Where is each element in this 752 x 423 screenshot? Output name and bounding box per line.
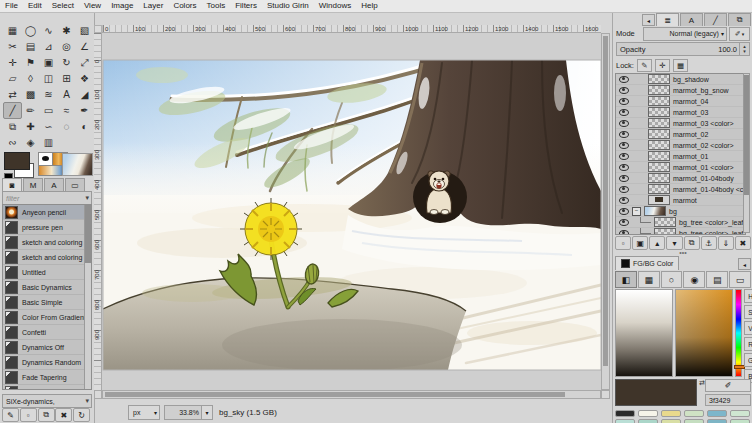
ellipse-select-tool[interactable]: ◯: [21, 22, 40, 39]
menu-item[interactable]: View: [79, 0, 106, 12]
menu-item[interactable]: Edit: [23, 0, 47, 12]
dynamics-item[interactable]: Basic Simple: [3, 295, 91, 310]
tab-fg-bg-color[interactable]: FG/BG Color: [615, 256, 679, 270]
menu-item[interactable]: Tools: [202, 0, 231, 12]
zoom-entry[interactable]: 33.8%: [164, 405, 202, 420]
rectangle-select-tool[interactable]: ▦: [3, 22, 22, 39]
smudge-tool[interactable]: ∽: [39, 118, 58, 135]
visibility-toggle[interactable]: [619, 98, 629, 105]
swap-colors-icon[interactable]: ⇄: [699, 379, 705, 387]
color-history-swatch[interactable]: [684, 419, 704, 423]
blur-sharpen-tool[interactable]: ◌: [57, 118, 76, 135]
channel-button[interactable]: S: [744, 305, 752, 319]
dynamics-item[interactable]: sketch and coloring copy: [3, 250, 91, 265]
saturation-pane[interactable]: [675, 289, 733, 377]
unified-transform-tool[interactable]: ⊞: [57, 70, 76, 87]
gradient-tool[interactable]: ▥: [39, 134, 58, 151]
lock-position-button[interactable]: ✛: [655, 59, 670, 72]
mode-options-button[interactable]: ✐▾: [729, 27, 750, 41]
new-layer-button[interactable]: ▫: [615, 236, 631, 250]
warp-transform-tool[interactable]: ≋: [39, 86, 58, 103]
color-history-swatch[interactable]: [684, 410, 704, 417]
anchor-layer-button[interactable]: ⚓: [701, 236, 717, 250]
dynamics-item[interactable]: Confetti: [3, 325, 91, 340]
new-group-button[interactable]: ▣: [632, 236, 648, 250]
menu-item[interactable]: File: [0, 0, 23, 12]
delete-layer-button[interactable]: ✖: [735, 236, 751, 250]
layer-list-scrollbar[interactable]: [743, 73, 750, 233]
horizontal-scrollbar[interactable]: [102, 390, 601, 399]
selector-cmyk[interactable]: ▦: [638, 271, 660, 288]
tab-paths[interactable]: ╱: [704, 13, 727, 26]
menu-item[interactable]: Filters: [230, 0, 262, 12]
lock-pixels-button[interactable]: ✎: [637, 59, 652, 72]
layer-row[interactable]: − bg_tree <color>_leaf snow: [616, 217, 745, 228]
color-history-swatch[interactable]: [707, 410, 727, 417]
dynamics-item[interactable]: sketch and coloring: [3, 235, 91, 250]
menu-item[interactable]: Colors: [168, 0, 201, 12]
layer-row[interactable]: − marmot_01: [616, 151, 745, 162]
channel-button[interactable]: R: [744, 337, 752, 351]
airbrush-tool[interactable]: ≈: [57, 102, 76, 119]
cage-transform-tool[interactable]: ▩: [21, 86, 40, 103]
eraser-tool[interactable]: ▭: [39, 102, 58, 119]
bucket-fill-tool[interactable]: ◢: [75, 86, 94, 103]
dynamics-filter-input[interactable]: filter ▾: [2, 191, 92, 205]
color-history-swatch[interactable]: [615, 410, 635, 417]
free-select-tool[interactable]: ∿: [39, 22, 58, 39]
zoom-dropdown-button[interactable]: ▾: [202, 405, 213, 420]
layer-row[interactable]: − marmot_04: [616, 96, 745, 107]
move-tool[interactable]: ✛: [3, 54, 22, 71]
selector-wheel[interactable]: ◉: [683, 271, 705, 288]
zoom-tool[interactable]: ◎: [57, 38, 76, 55]
align-tool[interactable]: ⚑: [21, 54, 40, 71]
selector-watercolor[interactable]: ○: [661, 271, 683, 288]
color-history-swatch[interactable]: [661, 410, 681, 417]
color-history-swatch[interactable]: [730, 410, 750, 417]
mypaint-brush-tool[interactable]: ∾: [3, 134, 22, 151]
selector-gimp[interactable]: ◧: [615, 271, 637, 288]
visibility-toggle[interactable]: [619, 175, 629, 182]
dialog-menu-button[interactable]: ◂: [738, 258, 751, 270]
tab-tool-presets[interactable]: ▭: [65, 178, 85, 191]
dynamics-item[interactable]: Dynamics Random: [3, 355, 91, 370]
layer-row[interactable]: − marmot_01-04body: [616, 173, 745, 184]
visibility-toggle[interactable]: [619, 164, 629, 171]
hue-bar[interactable]: [735, 289, 742, 377]
tab-mypaint-brushes[interactable]: M: [23, 178, 43, 191]
opacity-spinner[interactable]: ▴▾: [739, 43, 749, 55]
layer-row[interactable]: − marmot_01 <color>: [616, 162, 745, 173]
dynamics-tag-dropdown[interactable]: SiXe-dynamics, ▾: [2, 394, 92, 408]
active-image-thumbnail[interactable]: [62, 153, 93, 176]
layer-row[interactable]: − marmot_03: [616, 107, 745, 118]
scissors-select-tool[interactable]: ✂: [3, 38, 22, 55]
visibility-toggle[interactable]: [619, 131, 629, 138]
dynamics-item[interactable]: Negative Size Pressure: [3, 385, 91, 390]
shear-tool[interactable]: ▱: [3, 70, 22, 87]
tab-undo-history[interactable]: ⧉: [728, 13, 751, 26]
color-picker-tool[interactable]: ◈: [21, 134, 40, 151]
fuzzy-select-tool[interactable]: ✱: [57, 22, 76, 39]
refresh-dynamics-button[interactable]: ↻: [73, 408, 90, 422]
vertical-scrollbar[interactable]: [601, 33, 610, 390]
merge-layer-button[interactable]: ⇓: [718, 236, 734, 250]
color-history-swatch[interactable]: [730, 419, 750, 423]
layer-row[interactable]: − marmot_01-04body <color>: [616, 184, 745, 195]
fg-color-swatch[interactable]: [4, 152, 30, 170]
lower-layer-button[interactable]: ▾: [666, 236, 682, 250]
visibility-toggle[interactable]: [619, 87, 629, 94]
select-by-color-tool[interactable]: ▧: [75, 22, 94, 39]
lock-alpha-button[interactable]: ▦: [673, 59, 688, 72]
current-color-swatch[interactable]: [615, 379, 697, 406]
paths-tool[interactable]: ⊿: [39, 38, 58, 55]
group-expander[interactable]: −: [632, 207, 641, 216]
duplicate-layer-button[interactable]: ⧉: [684, 236, 700, 250]
tab-dynamics[interactable]: ◙: [2, 178, 22, 191]
visibility-toggle[interactable]: [619, 109, 629, 116]
handle-transform-tool[interactable]: ❖: [75, 70, 94, 87]
dynamics-item[interactable]: Color From Gradient: [3, 310, 91, 325]
fg-bg-swatches[interactable]: [4, 152, 34, 178]
pencil-tool[interactable]: ✏: [21, 102, 40, 119]
dynamics-item[interactable]: pressure pen: [3, 220, 91, 235]
selector-palette[interactable]: ▤: [706, 271, 728, 288]
